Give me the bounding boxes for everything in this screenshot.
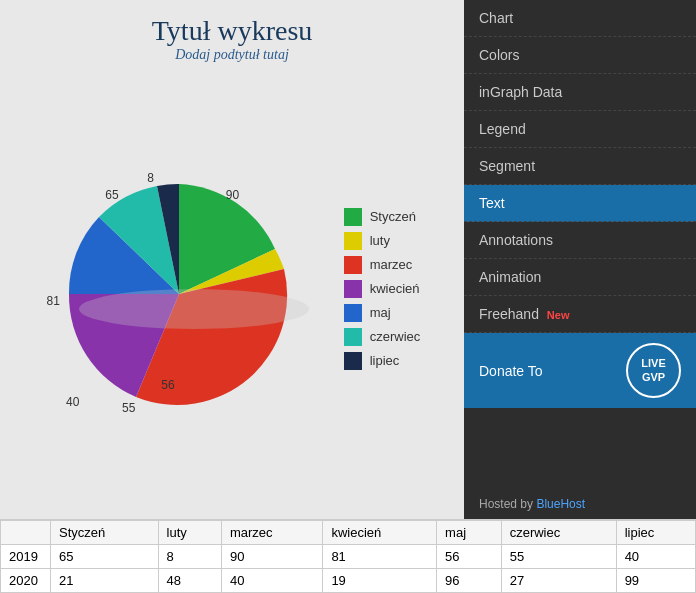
table-cell-r1-c1: 48 — [158, 569, 221, 593]
pie-label-8: 8 — [147, 171, 154, 185]
legend-color-lipiec — [344, 352, 362, 370]
pie-label-65: 65 — [105, 188, 118, 202]
table-header-maj: maj — [437, 521, 502, 545]
pie-shadow — [79, 289, 309, 329]
sidebar-item-animation[interactable]: Animation — [464, 259, 696, 296]
chart-subtitle: Dodaj podtytuł tutaj — [175, 47, 289, 63]
sidebar: Chart Colors inGraph Data Legend Segment… — [464, 0, 696, 519]
legend-label-styczen: Styczeń — [370, 209, 416, 224]
table-cell-r0-c5: 55 — [501, 545, 616, 569]
bluehost-link[interactable]: BlueHost — [536, 497, 585, 511]
table-cell-r0-c3: 81 — [323, 545, 437, 569]
table-cell-year: 2020 — [1, 569, 51, 593]
table-header-kwiecien: kwiecień — [323, 521, 437, 545]
pie-label-55: 55 — [122, 401, 135, 415]
sidebar-item-freehand[interactable]: Freehand New — [464, 296, 696, 333]
legend-label-maj: maj — [370, 305, 391, 320]
table-header-styczen: Styczeń — [51, 521, 159, 545]
legend-label-luty: luty — [370, 233, 390, 248]
pie-label-81: 81 — [47, 294, 60, 308]
pie-chart: 65 8 90 81 56 55 40 — [44, 149, 324, 429]
table-cell-year: 2019 — [1, 545, 51, 569]
legend-color-luty — [344, 232, 362, 250]
table-header-lipiec: lipiec — [616, 521, 695, 545]
table-cell-r0-c6: 40 — [616, 545, 695, 569]
legend-label-marzec: marzec — [370, 257, 413, 272]
pie-label-90: 90 — [226, 188, 239, 202]
legend-item-styczen: Styczeń — [344, 208, 421, 226]
sidebar-item-ingraph-data[interactable]: inGraph Data — [464, 74, 696, 111]
table-row: 20196589081565540 — [1, 545, 696, 569]
main-area: Tytuł wykresu Dodaj podtytuł tutaj — [0, 0, 696, 519]
legend-item-marzec: marzec — [344, 256, 421, 274]
table-row: 202021484019962799 — [1, 569, 696, 593]
legend-item-lipiec: lipiec — [344, 352, 421, 370]
sidebar-item-text[interactable]: Text — [464, 185, 696, 222]
table-header-luty: luty — [158, 521, 221, 545]
legend-color-marzec — [344, 256, 362, 274]
pie-svg — [44, 149, 314, 419]
table-cell-r0-c1: 8 — [158, 545, 221, 569]
legend-color-maj — [344, 304, 362, 322]
table-cell-r0-c4: 56 — [437, 545, 502, 569]
data-table: Styczeń luty marzec kwiecień maj czerwie… — [0, 520, 696, 593]
table-cell-r0-c2: 90 — [221, 545, 322, 569]
sidebar-item-colors[interactable]: Colors — [464, 37, 696, 74]
legend-color-czerwiec — [344, 328, 362, 346]
legend-item-czerwiec: czerwiec — [344, 328, 421, 346]
sidebar-item-segment[interactable]: Segment — [464, 148, 696, 185]
table-header-czerwiec: czerwiec — [501, 521, 616, 545]
table-cell-r1-c5: 27 — [501, 569, 616, 593]
live-logo: LIVEGVP — [626, 343, 681, 398]
table-header-row: Styczeń luty marzec kwiecień maj czerwie… — [1, 521, 696, 545]
sidebar-item-legend[interactable]: Legend — [464, 111, 696, 148]
legend-item-maj: maj — [344, 304, 421, 322]
table-cell-r1-c6: 99 — [616, 569, 695, 593]
legend-label-lipiec: lipiec — [370, 353, 400, 368]
chart-title: Tytuł wykresu — [152, 15, 313, 47]
legend-item-kwiecien: kwiecień — [344, 280, 421, 298]
legend-color-styczen — [344, 208, 362, 226]
table-cell-r1-c2: 40 — [221, 569, 322, 593]
legend-item-luty: luty — [344, 232, 421, 250]
table-header-year — [1, 521, 51, 545]
pie-label-40: 40 — [66, 395, 79, 409]
donate-section[interactable]: Donate To LIVEGVP — [464, 333, 696, 408]
sidebar-item-annotations[interactable]: Annotations — [464, 222, 696, 259]
legend-color-kwiecien — [344, 280, 362, 298]
legend-label-kwiecien: kwiecień — [370, 281, 420, 296]
chart-section: Tytuł wykresu Dodaj podtytuł tutaj — [0, 0, 464, 519]
table-header-marzec: marzec — [221, 521, 322, 545]
donate-label: Donate To — [479, 363, 543, 379]
data-table-section: Styczeń luty marzec kwiecień maj czerwie… — [0, 519, 696, 593]
pie-label-56: 56 — [161, 378, 174, 392]
chart-content: 65 8 90 81 56 55 40 Styczeń luty — [10, 68, 454, 509]
sidebar-item-chart[interactable]: Chart — [464, 0, 696, 37]
new-badge: New — [547, 309, 570, 321]
hosted-section: Hosted by BlueHost — [464, 489, 696, 519]
table-cell-r1-c3: 19 — [323, 569, 437, 593]
table-cell-r1-c0: 21 — [51, 569, 159, 593]
legend-label-czerwiec: czerwiec — [370, 329, 421, 344]
chart-legend: Styczeń luty marzec kwiecień maj — [344, 208, 421, 370]
table-cell-r0-c0: 65 — [51, 545, 159, 569]
table-cell-r1-c4: 96 — [437, 569, 502, 593]
